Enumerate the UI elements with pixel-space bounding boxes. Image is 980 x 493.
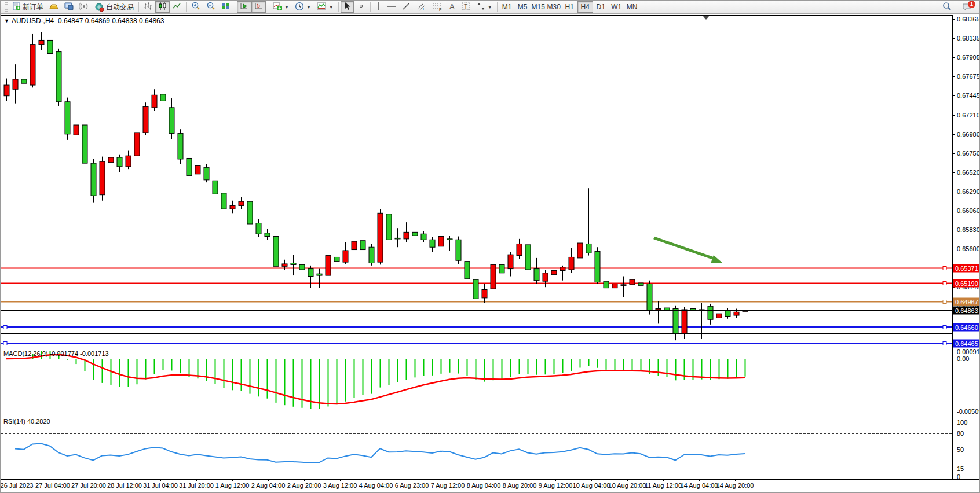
svg-text:E: E: [423, 7, 426, 11]
line-handle[interactable]: [943, 300, 946, 304]
svg-text:50: 50: [957, 446, 964, 453]
svg-text:0.00: 0.00: [957, 355, 969, 362]
arrows-button[interactable]: ▼: [474, 1, 495, 13]
market-watch-button[interactable]: [61, 1, 76, 13]
svg-text:0.66290: 0.66290: [957, 188, 980, 195]
timeframe-h4-button[interactable]: H4: [577, 1, 593, 13]
line-handle[interactable]: [3, 326, 7, 329]
timeframe-m1-button[interactable]: M1: [499, 1, 515, 13]
svg-text:80: 80: [957, 430, 964, 437]
timeframe-m15-button[interactable]: M15: [531, 1, 546, 13]
timeframe-w1-button[interactable]: W1: [609, 1, 624, 13]
svg-text:3 Aug 12:00: 3 Aug 12:00: [323, 482, 357, 489]
svg-text:26 Jul 2023: 26 Jul 2023: [1, 482, 33, 489]
svg-text:10 Aug 04:00: 10 Aug 04:00: [573, 482, 610, 489]
cursor-button[interactable]: [341, 1, 354, 13]
toolbar-grip: [5, 2, 8, 12]
zoom-in-button[interactable]: [188, 1, 203, 13]
line-handle[interactable]: [943, 342, 946, 345]
toolbar-separator: [186, 2, 187, 12]
svg-text:0.64660: 0.64660: [955, 324, 978, 331]
svg-text:14 Aug 04:00: 14 Aug 04:00: [681, 482, 718, 489]
horizontal-line-button[interactable]: [384, 1, 399, 13]
text-button[interactable]: A: [445, 1, 459, 13]
mt4-window: 新订单 自动交易: [0, 0, 980, 493]
text-icon: A: [448, 2, 456, 12]
chat-bubble-icon: 1: [962, 3, 972, 12]
auto-trading-button[interactable]: 自动交易: [92, 1, 137, 13]
auto-trading-label: 自动交易: [106, 2, 134, 12]
line-handle[interactable]: [943, 267, 946, 270]
zoom-out-button[interactable]: [203, 1, 218, 13]
template-icon: [317, 2, 327, 12]
svg-text:T: T: [464, 3, 467, 10]
toolbar-separator: [268, 2, 268, 12]
signals-button[interactable]: [76, 1, 92, 13]
svg-text:8 Aug 04:00: 8 Aug 04:00: [467, 482, 501, 489]
tile-windows-icon: [221, 2, 230, 12]
chart-title: ▼AUDUSD-,H4 0.64847 0.64869 0.64838 0.64…: [4, 17, 164, 25]
tile-windows-button[interactable]: [218, 1, 233, 13]
symbols-button[interactable]: [46, 1, 61, 13]
toolbar-separator: [370, 2, 371, 12]
vertical-line-button[interactable]: [372, 1, 384, 13]
fibonacci-button[interactable]: F: [429, 1, 445, 13]
line-chart-icon: [173, 2, 181, 12]
vertical-line-icon: [375, 2, 381, 12]
clock-icon: [295, 2, 304, 13]
svg-text:0.66520: 0.66520: [957, 169, 980, 176]
crosshair-button[interactable]: [354, 1, 368, 13]
line-handle[interactable]: [943, 282, 946, 285]
svg-text:-0.005093: -0.005093: [957, 408, 980, 415]
chart-shift-button[interactable]: [251, 1, 266, 13]
svg-text:F: F: [439, 8, 441, 11]
timeframe-h1-button[interactable]: H1: [562, 1, 577, 13]
indicators-button[interactable]: ▼: [270, 1, 292, 13]
new-order-button[interactable]: 新订单: [9, 1, 46, 13]
line-handle[interactable]: [3, 342, 7, 345]
chevron-down-icon: ▼: [284, 5, 289, 10]
horizontal-line-icon: [387, 3, 396, 12]
svg-text:0.66750: 0.66750: [957, 150, 980, 157]
timeframe-d1-button[interactable]: D1: [593, 1, 609, 13]
text-label-button[interactable]: T: [459, 1, 474, 13]
svg-text:0.65830: 0.65830: [957, 226, 980, 233]
svg-text:0.66060: 0.66060: [957, 207, 980, 214]
trendline-button[interactable]: [399, 1, 414, 13]
macd-indicator-label: MACD(12,26,9) -0.001774 -0.001713: [3, 350, 109, 357]
candlestick-chart-button[interactable]: [155, 1, 170, 13]
templates-button[interactable]: ▼: [314, 1, 337, 13]
equidistant-channel-button[interactable]: E: [414, 1, 429, 13]
trendline-icon: [402, 2, 411, 12]
line-chart-button[interactable]: [170, 1, 184, 13]
svg-text:4 Aug 04:00: 4 Aug 04:00: [359, 482, 393, 489]
chart-canvas[interactable]: 0.683650.681350.679050.676750.674450.672…: [1, 1, 980, 493]
svg-text:0.68365: 0.68365: [957, 16, 980, 23]
svg-text:0.67675: 0.67675: [957, 73, 980, 80]
timeframe-mn-button[interactable]: MN: [624, 1, 640, 13]
candlestick-chart-icon: [158, 2, 167, 12]
svg-text:0: 0: [957, 473, 960, 480]
svg-text:6 Aug 23:00: 6 Aug 23:00: [395, 482, 429, 489]
svg-text:1 Aug 12:00: 1 Aug 12:00: [215, 482, 250, 489]
timeframe-m5-button[interactable]: M5: [515, 1, 531, 13]
svg-text:0.68135: 0.68135: [957, 35, 980, 42]
line-handle[interactable]: [943, 326, 946, 329]
svg-text:14 Aug 20:00: 14 Aug 20:00: [716, 482, 754, 489]
periods-button[interactable]: ▼: [292, 1, 314, 13]
svg-text:0.67445: 0.67445: [957, 92, 980, 99]
bar-chart-button[interactable]: [141, 1, 155, 13]
svg-text:15: 15: [957, 465, 964, 472]
toolbar-separator: [138, 2, 139, 12]
search-button[interactable]: [939, 1, 955, 13]
chevron-down-icon: ▼: [306, 5, 311, 10]
svg-text:0.65371: 0.65371: [955, 265, 978, 272]
symbol-dropdown-icon[interactable]: ▼: [4, 18, 9, 24]
toolbar-separator: [338, 2, 339, 12]
timeframe-m30-button[interactable]: M30: [546, 1, 562, 13]
auto-scroll-button[interactable]: [237, 1, 251, 13]
zoom-out-icon: [206, 2, 215, 13]
svg-text:A: A: [449, 2, 455, 10]
crosshair-icon: [357, 2, 365, 12]
notifications-button[interactable]: 1: [959, 1, 975, 13]
